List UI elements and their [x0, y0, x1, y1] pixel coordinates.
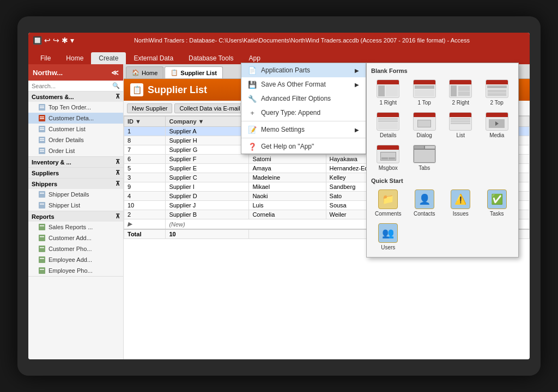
customers-toggle-icon: ⊼ — [116, 93, 120, 100]
menu-item-get-help[interactable]: ❓ Get Help on "App" — [241, 139, 366, 154]
item-icon — [38, 256, 46, 264]
suppliers-label: Suppliers — [32, 170, 59, 176]
svg-rect-22 — [40, 236, 44, 237]
form-2right-icon — [449, 79, 472, 98]
qs-users-label: Users — [381, 244, 395, 250]
supplier-list-icon: 📋 — [130, 83, 143, 96]
form-1right[interactable]: 1 Right — [371, 77, 405, 108]
qs-users[interactable]: 👥 Users — [371, 221, 405, 253]
reports-label: Reports — [32, 213, 54, 220]
supplier-list-title: Supplier List — [148, 84, 207, 96]
tab-database-tools[interactable]: Database Tools — [181, 52, 241, 64]
menu-item-save-format[interactable]: 💾 Save As Other Format ▶ — [241, 77, 366, 91]
form-dialog[interactable]: Dialog — [408, 110, 442, 140]
cell-first: Madeleine — [249, 173, 326, 182]
form-details[interactable]: Details — [371, 110, 405, 140]
title-text: NorthWind Traders : Database- C:\Users\K… — [78, 37, 525, 44]
cell-company: Supplier C — [166, 173, 249, 182]
form-msgbox[interactable]: Msgbox — [371, 143, 405, 173]
svg-rect-1 — [40, 106, 44, 107]
col-company[interactable]: Company ▼ — [166, 117, 249, 127]
reports-section-header[interactable]: Reports ⊼ — [28, 211, 123, 222]
tab-home-doc[interactable]: 🏠 Home — [126, 66, 163, 78]
blank-forms-panel: Blank Forms 1 Right — [366, 63, 519, 258]
form-1top[interactable]: 1 Top — [408, 77, 442, 108]
col-id[interactable]: ID ▼ — [124, 117, 166, 127]
cell-first: Satomi — [249, 155, 326, 164]
advanced-filter-label: Advanced Filter Options — [261, 95, 331, 102]
form-details-label: Details — [380, 132, 397, 138]
qs-issues[interactable]: ⚠️ Issues — [444, 187, 478, 219]
form-2right[interactable]: 2 Right — [444, 77, 478, 108]
qs-comments-icon: 📁 — [378, 189, 398, 209]
form-2top-label: 2 Top — [490, 100, 504, 106]
form-list-icon — [449, 112, 472, 131]
menu-item-memo-settings[interactable]: 📝 Memo Settings ▶ — [241, 122, 366, 137]
sidebar: Northw... ≪ 🔍 Customers &... ⊼ Top Ten O… — [28, 64, 124, 359]
sidebar-item-employee-pho[interactable]: Employee Pho... — [28, 265, 123, 276]
new-supplier-btn[interactable]: New Supplier — [127, 103, 172, 113]
get-help-icon: ❓ — [248, 142, 257, 151]
qs-tasks[interactable]: ✅ Tasks — [480, 187, 514, 219]
tab-external-data[interactable]: External Data — [126, 52, 181, 64]
inventory-section-header[interactable]: Inventory & ... ⊼ — [28, 157, 123, 167]
cell-id: 2 — [124, 210, 166, 219]
section-suppliers: Suppliers ⊼ — [28, 168, 123, 179]
sidebar-item-order-details[interactable]: Order Details — [28, 134, 123, 145]
svg-rect-13 — [40, 149, 44, 150]
sidebar-item-order-list[interactable]: Order List — [28, 145, 123, 156]
suppliers-section-header[interactable]: Suppliers ⊼ — [28, 168, 123, 178]
redo-btn[interactable]: ↪ — [53, 36, 59, 45]
section-customers: Customers &... ⊼ Top Ten Order... Custom… — [28, 91, 123, 157]
sidebar-item-customer-list[interactable]: Customer List — [28, 124, 123, 134]
cell-first: Cornelia — [249, 210, 326, 219]
cell-id: 7 — [124, 145, 166, 155]
item-icon — [38, 201, 46, 209]
menu-item-query-type[interactable]: + Query Type: Append — [241, 106, 366, 120]
sidebar-search[interactable]: 🔍 — [28, 81, 123, 91]
tab-supplier-list[interactable]: 📋 Supplier List — [165, 66, 223, 78]
sidebar-item-shipper-details[interactable]: Shipper Details — [28, 189, 123, 200]
form-media[interactable]: Media — [480, 110, 514, 140]
svg-rect-14 — [40, 151, 44, 152]
sidebar-toggle[interactable]: ≪ — [111, 69, 119, 77]
svg-rect-24 — [40, 247, 44, 248]
search-input[interactable] — [32, 83, 112, 89]
qs-contacts[interactable]: 👤 Contacts — [408, 187, 442, 219]
form-1top-label: 1 Top — [418, 100, 431, 106]
cell-id: 1 — [124, 127, 166, 136]
sidebar-item-customer-add[interactable]: Customer Add... — [28, 232, 123, 243]
form-2top[interactable]: 2 Top — [480, 77, 514, 108]
svg-rect-4 — [40, 117, 44, 118]
tab-file[interactable]: File — [33, 52, 58, 64]
save-format-arrow: ▶ — [355, 82, 359, 88]
undo-btn[interactable]: ↩ — [44, 36, 51, 45]
sidebar-item-top-ten[interactable]: Top Ten Order... — [28, 102, 123, 113]
cell-id: 10 — [124, 201, 166, 210]
qs-contacts-icon: 👤 — [415, 189, 434, 209]
item-icon — [38, 114, 46, 122]
sidebar-item-sales-reports[interactable]: Sales Reports ... — [28, 222, 123, 232]
sidebar-item-customer-pho[interactable]: Customer Pho... — [28, 243, 123, 254]
section-inventory: Inventory & ... ⊼ — [28, 157, 123, 168]
form-list[interactable]: List — [444, 110, 478, 140]
tab-create[interactable]: Create — [91, 52, 126, 64]
menu-item-advanced-filter[interactable]: 🔧 Advanced Filter Options — [241, 91, 366, 106]
shippers-section-header[interactable]: Shippers ⊼ — [28, 179, 123, 189]
form-tabs[interactable]: Tabs — [408, 143, 442, 173]
collect-data-btn[interactable]: Collect Data via E-mail — [174, 103, 245, 113]
memo-settings-arrow: ▶ — [355, 127, 359, 133]
sidebar-item-customer-detail[interactable]: Customer Deta... — [28, 113, 123, 124]
customers-section-header[interactable]: Customers &... ⊼ — [28, 91, 123, 102]
app-icon: 🔲 — [33, 36, 42, 45]
item-icon — [38, 103, 46, 111]
qs-comments[interactable]: 📁 Comments — [371, 187, 405, 219]
tab-home[interactable]: Home — [58, 52, 91, 64]
sidebar-item-employee-add[interactable]: Employee Add... — [28, 254, 123, 265]
new-marker: ▶ — [124, 219, 166, 230]
menu-item-app-parts[interactable]: 📄 Application Parts ▶ — [241, 63, 366, 77]
dropdown-arrow[interactable]: ▾ — [70, 36, 74, 45]
sidebar-item-shipper-list[interactable]: Shipper List — [28, 200, 123, 211]
advanced-filter-icon: 🔧 — [248, 94, 257, 103]
cell-company: Supplier F — [166, 155, 249, 164]
